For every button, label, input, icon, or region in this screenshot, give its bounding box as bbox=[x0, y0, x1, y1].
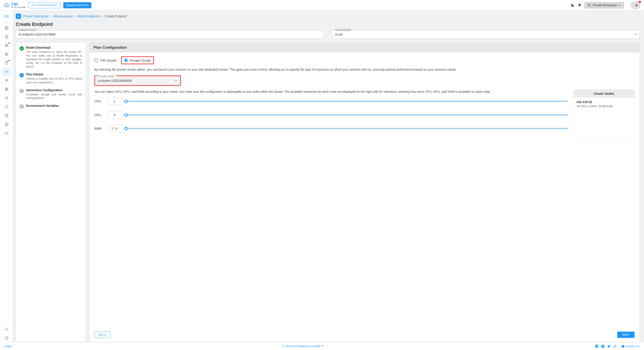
avatar[interactable]: A bbox=[630, 1, 640, 9]
ram-input[interactable]: 1GB bbox=[107, 125, 122, 132]
sidebar-item-embed[interactable] bbox=[2, 112, 11, 119]
cluster-type-radio-group: TIR Cluster Private Cluster bbox=[94, 56, 634, 64]
next-button[interactable]: NEXT bbox=[617, 331, 634, 338]
sidebar-item-pipeline[interactable] bbox=[2, 77, 11, 84]
sidebar-item-cloud[interactable] bbox=[2, 129, 11, 137]
go-myaccount-button[interactable]: GO TO MYACCOUNT bbox=[28, 2, 61, 8]
sidebar-item-hardware3[interactable] bbox=[2, 85, 11, 93]
cpu-slider[interactable] bbox=[126, 101, 568, 102]
svg-rect-8 bbox=[5, 53, 8, 56]
breadcrumb-current: Create Endpoint bbox=[105, 15, 127, 18]
radio-icon bbox=[124, 58, 128, 62]
svg-point-15 bbox=[5, 98, 6, 98]
private-cluster-select[interactable]: p-cluster-102513463030 bbox=[96, 77, 180, 85]
breadcrumb-link[interactable]: Model Endpoints bbox=[77, 15, 100, 18]
linkedin-icon[interactable] bbox=[595, 344, 598, 348]
explore-genai-button[interactable]: Explore GenAI API bbox=[63, 2, 91, 8]
sidebar-item-clipboard[interactable] bbox=[2, 59, 11, 67]
svg-point-13 bbox=[6, 81, 7, 82]
breadcrumb-link[interactable]: default-project bbox=[54, 15, 73, 18]
sidebar-item-hardware1[interactable] bbox=[2, 42, 11, 49]
svg-rect-14 bbox=[5, 88, 8, 91]
twitter-icon[interactable] bbox=[607, 344, 611, 348]
nodes-header: Cluster Nodes bbox=[574, 90, 634, 98]
workspace-label: Private Workspace bbox=[593, 4, 617, 7]
sidebar-item-folder[interactable] bbox=[2, 12, 11, 20]
rss-icon[interactable] bbox=[613, 344, 617, 348]
moon-icon[interactable] bbox=[570, 3, 575, 8]
breadcrumb-link[interactable]: Private Workspace bbox=[23, 15, 49, 18]
sidebar-item-settings[interactable] bbox=[2, 325, 11, 333]
step-title: Environment Variables bbox=[26, 104, 59, 107]
tir-cluster-radio[interactable]: TIR Cluster bbox=[94, 58, 117, 62]
sidebar-item-share[interactable] bbox=[2, 94, 11, 102]
slider-thumb[interactable] bbox=[124, 100, 128, 103]
help-icon bbox=[621, 344, 625, 348]
step-serverless-config[interactable]: 3 Serverless Configuration Customize sto… bbox=[20, 88, 82, 100]
slider-thumb[interactable] bbox=[124, 113, 128, 117]
gpu-input[interactable]: 0 bbox=[107, 111, 122, 119]
back-button[interactable]: BACK bbox=[94, 331, 110, 338]
serving-model-field: Serving Model * vLLM bbox=[332, 30, 640, 39]
sidebar-item-refresh[interactable] bbox=[2, 103, 11, 111]
sidebar-item-hardware2[interactable] bbox=[2, 50, 11, 58]
panel-header: Plan Configuration bbox=[90, 43, 640, 52]
sidebar-item-dashboard[interactable] bbox=[2, 24, 11, 32]
private-cluster-field: Private Cluster * p-cluster-102513463030 bbox=[96, 77, 180, 85]
svg-rect-3 bbox=[7, 26, 8, 27]
page-title: Create Endpoint bbox=[16, 22, 640, 27]
ram-label: RAM bbox=[94, 127, 103, 130]
gpu-row: GPU 0 bbox=[94, 111, 568, 119]
copyright: © 2024 E2E Networks Limited ™ bbox=[12, 344, 595, 348]
ram-slider[interactable] bbox=[126, 128, 568, 129]
slider-thumb[interactable] bbox=[124, 127, 128, 130]
svg-point-10 bbox=[6, 71, 7, 72]
private-cluster-highlight: Private Cluster * p-cluster-102513463030 bbox=[94, 75, 181, 86]
private-cluster-radio[interactable]: Private Cluster bbox=[121, 56, 154, 64]
radio-label: TIR Cluster bbox=[100, 59, 117, 62]
contact-link[interactable]: Contact Us bbox=[621, 344, 640, 348]
endpoint-name-field: Endpoint Name * bbox=[16, 30, 323, 39]
svg-rect-0 bbox=[6, 5, 7, 6]
step-desc: Customize storage and worker count with … bbox=[26, 93, 82, 100]
svg-rect-2 bbox=[5, 26, 6, 27]
check-icon bbox=[20, 46, 24, 51]
svg-point-23 bbox=[596, 345, 596, 345]
bell-icon[interactable] bbox=[578, 3, 582, 8]
ram-row: RAM 1GB bbox=[94, 125, 568, 132]
cpu-row: CPU 1 bbox=[94, 98, 568, 105]
topbar: TIR AI PLATFORM GO TO MYACCOUNT Explore … bbox=[0, 0, 644, 11]
workspace-selector[interactable]: Private Workspace bbox=[584, 2, 624, 9]
sidebar-item-endpoints[interactable] bbox=[2, 68, 11, 76]
serving-model-select[interactable]: vLLM bbox=[332, 30, 640, 39]
step-model-download[interactable]: Model Download TIR uses containers to se… bbox=[20, 46, 82, 69]
step-desc: TIR uses containers to serve the model A… bbox=[26, 50, 82, 69]
logo-subtitle: AI PLATFORM bbox=[11, 7, 26, 8]
expand-sidebar-button[interactable] bbox=[16, 14, 21, 19]
endpoint-name-input[interactable] bbox=[16, 30, 323, 39]
caret-down-icon bbox=[634, 33, 637, 36]
cpu-input[interactable]: 1 bbox=[107, 98, 122, 105]
sidebar-item-box[interactable] bbox=[2, 120, 11, 128]
step-env-vars[interactable]: 4 Environment Variables bbox=[20, 104, 82, 109]
svg-point-12 bbox=[7, 79, 8, 80]
step-title: Serverless Configuration bbox=[26, 88, 82, 92]
svg-rect-4 bbox=[5, 28, 6, 29]
gpu-slider[interactable] bbox=[126, 114, 568, 116]
logo[interactable]: TIR AI PLATFORM bbox=[4, 2, 26, 8]
svg-rect-6 bbox=[5, 44, 8, 47]
social-icons bbox=[595, 344, 617, 348]
step-plan-details[interactable]: 2 Plan Details Choose a suitable plan of… bbox=[20, 73, 82, 84]
chevron-double-right-icon bbox=[17, 15, 20, 18]
step-number: 3 bbox=[20, 89, 24, 93]
sidebar-item-shield[interactable] bbox=[2, 334, 11, 342]
facebook-icon[interactable] bbox=[601, 344, 604, 348]
wizard-steps: Model Download TIR uses containers to se… bbox=[16, 43, 86, 342]
svg-point-1 bbox=[588, 5, 589, 5]
svg-point-25 bbox=[614, 347, 614, 347]
step-number: 2 bbox=[20, 73, 24, 77]
legal-link[interactable]: Legal bbox=[4, 344, 12, 348]
select-value: p-cluster-102513463030 bbox=[98, 79, 132, 82]
plan-config-panel: Plan Configuration TIR Cluster Private C… bbox=[89, 43, 640, 342]
sidebar-item-file[interactable] bbox=[2, 33, 11, 41]
